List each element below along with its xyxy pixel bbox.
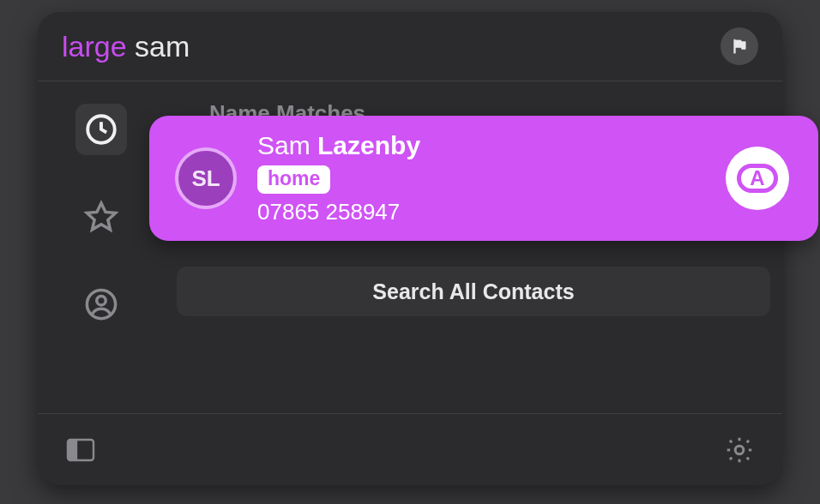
svg-rect-6 xyxy=(68,440,76,460)
flag-icon xyxy=(730,37,749,56)
gear-icon xyxy=(724,435,755,465)
search-popover: large sam xyxy=(38,12,782,485)
action-letter: A xyxy=(750,166,764,190)
search-query: sam xyxy=(135,30,190,63)
action-badge[interactable]: A xyxy=(726,147,789,210)
search-all-contacts-button[interactable]: Search All Contacts xyxy=(177,267,770,316)
avatar: SL xyxy=(175,147,237,209)
sidebar-item-recent[interactable] xyxy=(75,104,127,155)
contact-name: Sam Lazenby xyxy=(257,131,726,160)
body: Name Matches SL Sam Lazenby home 07865 2… xyxy=(38,81,782,413)
phone-tag: home xyxy=(257,165,330,194)
panel-toggle-button[interactable] xyxy=(63,433,98,467)
search-row: large sam xyxy=(38,12,782,81)
person-circle-icon xyxy=(83,286,119,322)
contact-result[interactable]: SL Sam Lazenby home 07865 258947 A xyxy=(149,116,818,241)
search-prefix: large xyxy=(62,30,127,63)
content: Name Matches SL Sam Lazenby home 07865 2… xyxy=(165,81,782,413)
sidebar-item-favorites[interactable] xyxy=(75,191,127,243)
panel-icon xyxy=(66,438,95,462)
sidebar xyxy=(38,81,165,413)
popover-pointer xyxy=(429,11,456,27)
flag-button[interactable] xyxy=(721,27,758,65)
svg-rect-0 xyxy=(734,39,736,54)
last-name: Lazenby xyxy=(317,131,420,159)
first-name: Sam xyxy=(257,131,311,159)
svg-point-3 xyxy=(97,296,106,305)
svg-point-7 xyxy=(735,446,744,454)
action-pill-icon: A xyxy=(737,164,778,193)
contact-details: Sam Lazenby home 07865 258947 xyxy=(257,131,726,225)
phone-number: 07865 258947 xyxy=(257,199,726,225)
avatar-initials: SL xyxy=(191,165,220,192)
sidebar-item-contacts[interactable] xyxy=(75,279,127,330)
search-all-label: Search All Contacts xyxy=(372,279,574,304)
star-icon xyxy=(83,199,119,235)
settings-button[interactable] xyxy=(722,433,757,467)
footer xyxy=(38,413,782,485)
search-input[interactable]: large sam xyxy=(62,30,721,63)
clock-icon xyxy=(83,111,119,147)
